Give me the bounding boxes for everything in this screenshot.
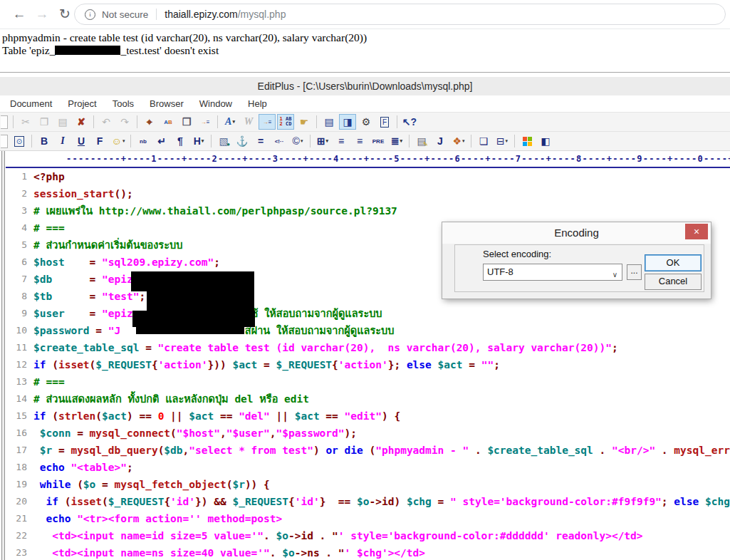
code-line: 23 <td><input name=ns size=40 value='". …: [6, 544, 730, 560]
comment-icon[interactable]: <!··: [271, 133, 288, 149]
new-window-icon[interactable]: ❏: [475, 133, 492, 149]
italic-icon[interactable]: I: [54, 133, 71, 149]
redaction-box: [147, 291, 254, 311]
info-icon[interactable]: i: [85, 9, 95, 20]
right-align-icon[interactable]: ≡: [351, 133, 368, 149]
page-text-line1: phpmyadmin - create table test (id varch…: [2, 31, 367, 44]
paste-icon[interactable]: ▤: [54, 114, 71, 130]
toolbar-separator: [217, 115, 218, 128]
underline-icon[interactable]: U: [73, 133, 90, 149]
window-edge: [0, 72, 730, 73]
directory-window-icon[interactable]: ▤: [320, 114, 338, 130]
close-icon[interactable]: ×: [685, 224, 708, 239]
forward-icon[interactable]: →: [33, 5, 51, 24]
wrap-icon[interactable]: →≡: [259, 114, 276, 130]
goto-line-icon[interactable]: →≡: [197, 114, 214, 130]
line-numbers-icon[interactable]: 1 AB2 CD: [277, 114, 294, 130]
view-in-browser-icon[interactable]: [518, 133, 536, 149]
browse-button[interactable]: ...: [627, 264, 642, 280]
ftp-icon[interactable]: ⚙: [358, 114, 375, 130]
font-style-icon[interactable]: A▾: [221, 114, 239, 130]
ruler-scale: ---------+----1----+----2----+----3----+…: [66, 151, 730, 167]
redo-icon[interactable]: ↷: [116, 114, 133, 130]
applet-icon[interactable]: J: [432, 133, 449, 149]
paragraph-icon[interactable]: ¶: [172, 133, 189, 149]
special-char-icon[interactable]: ©▾: [289, 133, 306, 149]
redaction-box: [55, 46, 120, 55]
menu-document[interactable]: Document: [2, 98, 60, 109]
cut-icon[interactable]: ✂: [17, 114, 34, 130]
code-line: 2session_start();: [6, 185, 730, 202]
list-icon[interactable]: ≣▾: [388, 133, 405, 149]
find-in-files-icon[interactable]: ❒: [178, 114, 195, 130]
smiley-icon[interactable]: ☺▾: [110, 133, 127, 149]
browser-toolbar: ← → ↻ i Not secure thaiall.epizy.com/mys…: [0, 0, 730, 29]
line-number: 13: [6, 373, 27, 390]
browser-preview-icon[interactable]: ⊙: [11, 133, 28, 149]
encoding-select[interactable]: UTF-8∨: [483, 264, 622, 281]
menu-help[interactable]: Help: [240, 98, 275, 109]
file-window-icon[interactable]: ◨: [339, 114, 356, 130]
break-icon[interactable]: ↵: [153, 133, 170, 149]
ok-button[interactable]: OK: [645, 254, 702, 271]
center-align-icon[interactable]: ≡: [333, 133, 350, 149]
standard-toolbar: ✂❐▤✘↶↷⌖AB❒→≡A▾W→≡1 AB2 CD☛▤◨⚙F↖?: [0, 113, 730, 132]
dialog-title: Encoding: [442, 222, 711, 244]
reload-icon[interactable]: ↻: [56, 5, 74, 24]
table-icon[interactable]: ⊞▾: [314, 133, 331, 149]
bold-icon[interactable]: B: [36, 133, 53, 149]
line-number: 11: [6, 339, 27, 356]
code-line: 16 $conn = mysql_connect("$host","$user"…: [6, 425, 730, 442]
line-number: 22: [6, 527, 27, 544]
hrule-icon[interactable]: =: [252, 133, 269, 149]
code-line: 10$password = "J สผ่าน ให้สอบถามจากผู้ดู…: [6, 322, 730, 339]
context-help-icon[interactable]: ↖?: [401, 114, 418, 130]
code-line: 1<?php: [6, 168, 730, 185]
window-list-icon[interactable]: ⊟▾: [494, 133, 511, 149]
toolbar-separator: [397, 115, 397, 128]
toolbar-separator: [316, 115, 317, 128]
back-icon[interactable]: ←: [10, 5, 28, 24]
code-line: 12if (isset($_REQUEST{'action'})) $act =…: [6, 356, 730, 373]
find-icon[interactable]: ⌖: [141, 114, 158, 130]
code-line: 21 echo "<tr><form action='' method=post…: [6, 510, 730, 527]
image-icon[interactable]: ▧●: [215, 133, 232, 149]
nbsp-icon[interactable]: nb: [135, 133, 152, 149]
watermark-icon[interactable]: W: [240, 114, 257, 130]
code-line: 11$create_table_sql = "create table test…: [6, 339, 730, 356]
replace-icon[interactable]: AB: [160, 114, 177, 130]
code-line: 13# ===: [6, 373, 730, 390]
line-number: 19: [6, 476, 27, 493]
browser-page: phpmyadmin - create table test (id varch…: [0, 29, 730, 72]
font-icon[interactable]: F: [91, 133, 108, 149]
address-bar[interactable]: i Not secure thaiall.epizy.com/mysql.php: [74, 4, 726, 25]
anchor-icon[interactable]: ⚓: [234, 133, 251, 149]
delete-icon[interactable]: ✘: [73, 114, 90, 130]
menu-tools[interactable]: Tools: [105, 98, 142, 109]
line-number: 20: [6, 493, 27, 510]
line-number: 16: [6, 425, 27, 442]
split-window-icon[interactable]: ◧: [537, 133, 554, 149]
url-path: /mysql.php: [238, 9, 286, 20]
copy-icon[interactable]: ❐: [36, 114, 53, 130]
menu-browser[interactable]: Browser: [142, 98, 192, 109]
line-number: 9: [6, 305, 27, 322]
object-icon[interactable]: ❖▾: [450, 133, 467, 149]
toolbar-separator: [310, 135, 311, 147]
toolbar-separator: [130, 135, 131, 147]
script-icon[interactable]: ▤✎: [413, 133, 430, 149]
heading-icon[interactable]: H▾: [190, 133, 207, 149]
code-line: 19 while ($o = mysql_fetch_object($r)) {: [6, 476, 730, 493]
doc-hand-icon[interactable]: ☛: [296, 114, 313, 130]
pre-icon[interactable]: PRE: [370, 133, 387, 149]
line-number: 5: [6, 237, 27, 254]
function-list-icon[interactable]: F: [376, 114, 393, 130]
line-number: 10: [6, 322, 27, 339]
undo-icon[interactable]: ↶: [98, 114, 115, 130]
cancel-button[interactable]: Cancel: [645, 274, 702, 290]
partial-doc-icon: [1, 115, 8, 129]
menu-window[interactable]: Window: [192, 98, 240, 109]
line-number: 8: [6, 288, 27, 305]
menu-project[interactable]: Project: [60, 98, 104, 109]
line-number: 3: [6, 202, 27, 219]
